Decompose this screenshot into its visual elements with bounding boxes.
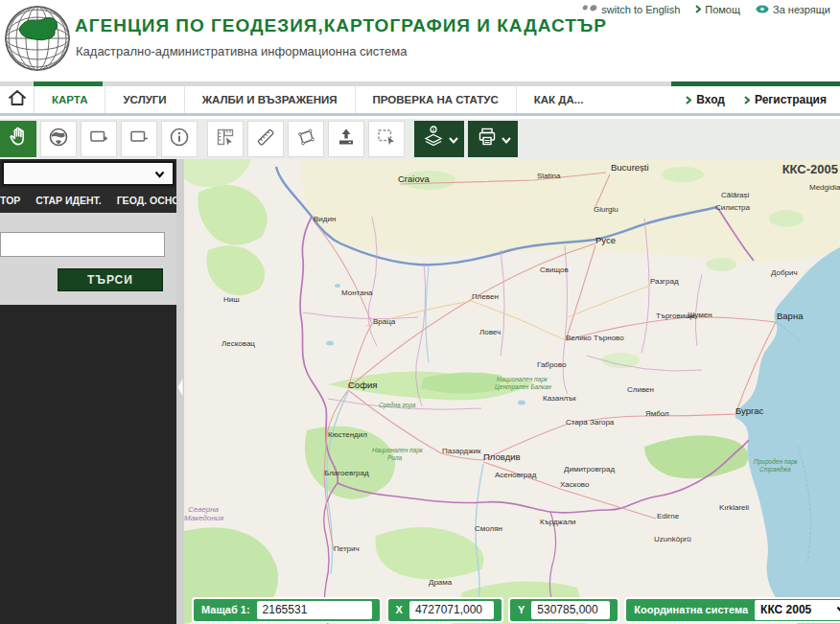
measure-distance-button[interactable]	[247, 121, 284, 157]
map-label: Călărași	[721, 191, 750, 199]
page-subtitle: Кадастрално-административна информационн…	[76, 44, 407, 58]
measure-area-button[interactable]	[288, 121, 324, 157]
info-circle-icon	[168, 126, 191, 152]
print-menu-button[interactable]	[468, 121, 518, 157]
map-label: Странджа	[759, 466, 791, 474]
map-label: Македония	[184, 514, 224, 522]
map-label: Централен Балкан	[495, 383, 551, 391]
chevron-right-icon	[686, 96, 691, 104]
map-label: Кюстендил	[328, 430, 367, 439]
register-link[interactable]: Регистрация	[744, 93, 827, 106]
chevron-down-icon	[154, 165, 165, 182]
object-info-button[interactable]	[161, 121, 198, 157]
map-toolbar	[0, 119, 840, 159]
map-label: Средна гора	[379, 402, 416, 409]
accessibility-link[interactable]: За незрящи	[756, 4, 830, 15]
map-label: Giurgiu	[594, 205, 618, 214]
map-label: Варна	[777, 311, 804, 321]
map-label: Благоевград	[324, 469, 369, 477]
map-label: Бургас	[735, 405, 763, 416]
page-title: АГЕНЦИЯ ПО ГЕОДЕЗИЯ,КАРТОГРАФИЯ И КАДАСТ…	[75, 15, 607, 36]
map-canvas[interactable]: CraiovaSlatinaBucureștiGiurgiuCălărașiMe…	[184, 159, 840, 624]
pan-tool-button[interactable]	[0, 121, 36, 157]
map-label: Силистра	[715, 203, 750, 212]
map-label: Ниш	[223, 295, 240, 304]
layers-info-icon	[421, 125, 446, 153]
map-status-bar: Мащаб 1: X Y Координатна система ККС 200…	[184, 595, 840, 624]
tab-proverka[interactable]: ПРОВЕРКА НА СТАТУС	[355, 86, 516, 113]
select-region-button[interactable]	[368, 121, 405, 157]
tab-kak-da[interactable]: КАК ДА...	[516, 86, 601, 113]
search-type-select[interactable]	[2, 161, 175, 186]
crs-box: Координатна система ККС 2005	[624, 597, 840, 623]
map-label: Сливен	[627, 385, 654, 394]
world-view-button[interactable]	[40, 121, 77, 157]
world-map-icon	[582, 4, 597, 15]
map-label: Uzunköprü	[654, 535, 691, 543]
y-coordinate-box: Y	[508, 597, 619, 623]
chevron-down-icon	[836, 603, 840, 616]
tab-uslugi[interactable]: УСЛУГИ	[105, 86, 183, 113]
switch-language-link[interactable]: switch to English	[582, 4, 680, 15]
map-label: Kırklareli	[719, 503, 749, 512]
map-label: Драма	[429, 578, 453, 587]
scale-input[interactable]	[257, 601, 372, 619]
zoom-in-rectangle-icon	[87, 126, 110, 152]
x-label: X	[396, 604, 403, 615]
zoom-out-box-button[interactable]	[121, 121, 157, 157]
tab-karta[interactable]: КАРТА	[34, 86, 105, 113]
search-button[interactable]: ТЪРСИ	[58, 268, 163, 291]
measure-position-button[interactable]	[207, 121, 244, 157]
map-label: Стара Загора	[566, 418, 615, 427]
map-label: Добрич	[771, 268, 798, 277]
search-input[interactable]	[0, 232, 165, 257]
map-label: Велико Търново	[566, 334, 624, 342]
map-label: Ловеч	[479, 328, 501, 336]
help-link[interactable]: Помощ	[695, 4, 740, 15]
crs-select[interactable]: ККС 2005	[755, 600, 840, 620]
import-file-button[interactable]	[328, 121, 364, 157]
zoom-in-box-button[interactable]	[81, 121, 117, 157]
polygon-icon	[294, 126, 317, 152]
scale-label: Мащаб 1:	[201, 604, 250, 615]
hand-pan-icon	[7, 126, 30, 152]
home-button[interactable]	[0, 86, 34, 113]
map-label: Лесковац	[222, 339, 255, 348]
map-label: Хасково	[560, 480, 590, 489]
map-label: Разград	[650, 277, 679, 286]
map-label: Петрич	[334, 544, 360, 553]
scale-box: Мащаб 1:	[192, 597, 382, 623]
x-coordinate-input[interactable]	[409, 601, 494, 619]
crs-system-label: Координатна система	[634, 604, 748, 615]
map-label: Пазарджик	[442, 447, 481, 455]
app-header: АГЕНЦИЯ ПО ГЕОДЕЗИЯ,КАРТОГРАФИЯ И КАДАСТ…	[0, 0, 840, 81]
map-label: Шумен	[688, 311, 712, 319]
map-label: Slatina	[537, 172, 561, 180]
login-link[interactable]: Вход	[686, 93, 725, 106]
auth-links: Вход Регистрация	[686, 86, 840, 113]
search-tab-star-ident[interactable]: СТАР ИДЕНТ.	[35, 195, 101, 206]
chevron-right-icon	[744, 96, 750, 104]
map-label: Edirne	[657, 512, 680, 520]
map-label: Пловдив	[483, 451, 521, 462]
y-coordinate-input[interactable]	[531, 601, 610, 619]
map-label: Природен парк	[754, 458, 799, 466]
ruler-cursor-icon	[214, 126, 237, 152]
search-tab-geod-osnova[interactable]: ГЕОД. ОСНОВА	[117, 195, 176, 206]
map-label: Русе	[595, 235, 616, 245]
layers-info-menu-button[interactable]	[414, 121, 464, 157]
search-tabs: ТОР СТАР ИДЕНТ. ГЕОД. ОСНОВА	[0, 188, 176, 213]
map-label: Ямбол	[645, 409, 669, 418]
map-label: Видин	[314, 215, 336, 223]
utility-links: switch to English Помощ За незрящи	[582, 4, 830, 15]
main-nav: КАРТА УСЛУГИ ЖАЛБИ И ВЪЗРАЖЕНИЯ ПРОВЕРКА…	[0, 86, 840, 116]
globe-icon	[47, 126, 70, 152]
map-label: Рила	[387, 454, 403, 461]
search-tab-identifikator[interactable]: ТОР	[0, 195, 20, 206]
map-crs-label: ККС-2005	[782, 162, 838, 176]
printer-icon	[476, 126, 499, 152]
map-label: Габрово	[537, 360, 567, 369]
sidebar-collapse-handle[interactable]	[176, 375, 184, 400]
map-label: Смолян	[475, 524, 502, 533]
tab-zhalbi[interactable]: ЖАЛБИ И ВЪЗРАЖЕНИЯ	[184, 86, 355, 113]
